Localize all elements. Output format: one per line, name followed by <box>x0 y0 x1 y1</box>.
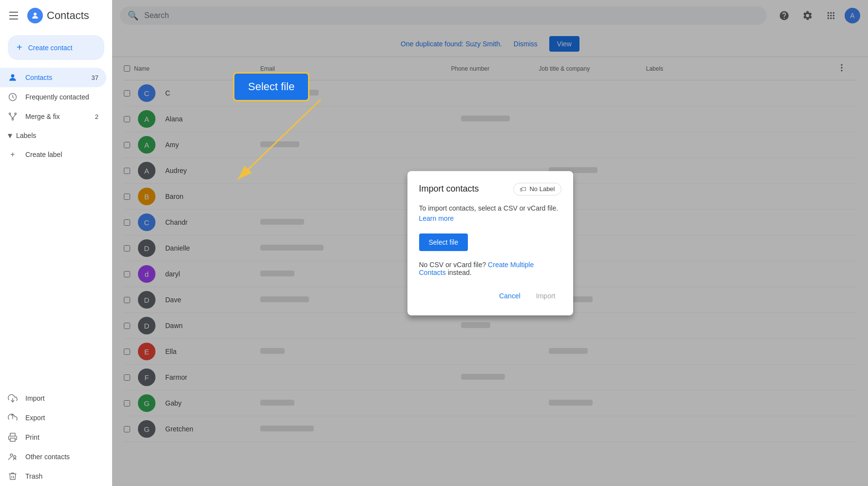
merge-fix-label: Merge & fix <box>25 113 60 120</box>
sidebar-item-print[interactable]: Print <box>0 428 106 447</box>
expand-icon: ▾ <box>8 130 12 141</box>
add-label-icon: + <box>8 150 18 159</box>
clock-icon <box>8 92 18 102</box>
print-label: Print <box>25 433 39 441</box>
merge-icon <box>8 112 18 121</box>
other-contacts-icon <box>8 452 18 462</box>
sidebar-item-trash[interactable]: Trash <box>0 467 106 486</box>
app-logo-circle <box>27 8 43 23</box>
dialog-description: To import contacts, select a CSV or vCar… <box>419 203 561 224</box>
sidebar-item-contacts[interactable]: Contacts 37 <box>0 68 106 87</box>
svg-point-1 <box>11 74 15 78</box>
learn-more-link[interactable]: Learn more <box>419 214 454 222</box>
import-label: Import <box>25 394 45 402</box>
contacts-label: Contacts <box>25 74 52 81</box>
sidebar-header: Contacts <box>0 4 112 27</box>
svg-point-5 <box>12 118 13 120</box>
contacts-badge: 37 <box>92 74 98 81</box>
label-chip-icon: 🏷 <box>520 185 526 193</box>
trash-icon <box>8 471 18 481</box>
sidebar-item-merge-fix[interactable]: Merge & fix 2 <box>0 107 106 126</box>
import-button[interactable]: Import <box>530 288 561 304</box>
dialog-select-file-button[interactable]: Select file <box>419 233 468 251</box>
import-icon <box>8 393 18 403</box>
labels-section[interactable]: ▾ Labels <box>0 126 112 145</box>
menu-icon[interactable] <box>8 10 19 21</box>
svg-line-6 <box>10 115 13 118</box>
svg-line-7 <box>13 115 16 118</box>
frequently-contacted-label: Frequently contacted <box>25 93 89 101</box>
sidebar: Contacts + Create contact Contacts 37 Fr… <box>0 0 112 486</box>
svg-point-11 <box>10 454 13 456</box>
create-contact-button[interactable]: + Create contact <box>8 35 104 60</box>
dialog-title: Import contacts <box>419 184 479 194</box>
app-name: Contacts <box>47 9 89 22</box>
sidebar-item-import[interactable]: Import <box>0 389 106 408</box>
merge-badge: 2 <box>95 113 98 120</box>
select-file-callout[interactable]: Select file <box>233 72 309 101</box>
export-label: Export <box>25 414 45 422</box>
main-content: 🔍 A One duplicate found: Suzy Smith. Dis… <box>112 0 868 486</box>
svg-point-4 <box>15 113 16 115</box>
plus-icon: + <box>17 42 22 53</box>
svg-point-3 <box>9 113 11 115</box>
app-logo: Contacts <box>27 8 89 23</box>
create-label-text: Create label <box>25 151 62 158</box>
no-label-text: No Label <box>529 185 555 193</box>
sidebar-item-frequently-contacted[interactable]: Frequently contacted <box>0 87 106 107</box>
print-icon <box>8 432 18 442</box>
person-icon <box>8 73 18 82</box>
dialog-title-row: Import contacts 🏷 No Label <box>419 183 561 195</box>
trash-label: Trash <box>25 472 42 480</box>
other-contacts-label: Other contacts <box>25 453 70 461</box>
export-icon <box>8 413 18 423</box>
dialog-actions: Cancel Import <box>419 288 561 304</box>
sidebar-item-export[interactable]: Export <box>0 408 106 428</box>
import-contacts-dialog: Import contacts 🏷 No Label To import con… <box>407 171 573 315</box>
no-csv-text: No CSV or vCard file? Create Multiple Co… <box>419 261 561 276</box>
sidebar-item-create-label[interactable]: + Create label <box>0 145 106 164</box>
cancel-button[interactable]: Cancel <box>493 288 526 304</box>
labels-label: Labels <box>16 132 36 139</box>
sidebar-item-other-contacts[interactable]: Other contacts <box>0 447 106 467</box>
no-label-chip[interactable]: 🏷 No Label <box>513 183 561 195</box>
create-contact-label: Create contact <box>28 44 73 52</box>
svg-point-0 <box>34 13 37 16</box>
svg-rect-10 <box>10 438 15 442</box>
svg-point-12 <box>14 456 16 458</box>
